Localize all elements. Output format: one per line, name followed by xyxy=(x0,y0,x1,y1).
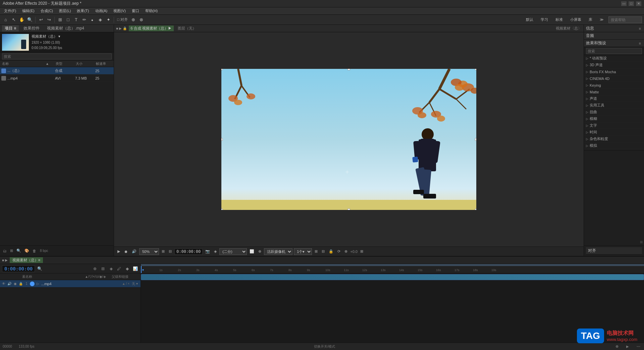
3d-btn[interactable]: ⊕ xyxy=(257,249,263,254)
grid-btn[interactable]: ⊟ xyxy=(167,249,173,254)
handle-tm[interactable] xyxy=(347,69,350,70)
tab-comp-main[interactable]: 6 合成 视频素材（总）▶ xyxy=(129,26,174,31)
viewer-extra-btn[interactable]: ⊗ xyxy=(343,249,349,254)
project-search-input[interactable] xyxy=(2,53,112,59)
handle-mr[interactable] xyxy=(475,138,476,141)
timeline-layer-1[interactable]: 👁 🔊 ◉ 🔒 1 ▷ ...mp4 ▲ / × 无 ▾ xyxy=(0,280,141,288)
status-wave-btn[interactable]: 〰 xyxy=(636,344,641,349)
workspace-learn[interactable]: 学习 xyxy=(538,16,551,23)
quality-dropdown[interactable]: (二分) (全分辨率) xyxy=(219,248,247,255)
layer-parent[interactable]: 无 ▾ xyxy=(130,281,139,286)
viewer-lock-btn[interactable]: 🔒 xyxy=(327,249,335,254)
tl-new-layer-btn[interactable]: ⊞ xyxy=(100,265,106,272)
effect-keying[interactable]: ▷ Keying xyxy=(584,82,644,89)
viewer-playback-btn[interactable]: ▶ xyxy=(116,249,121,254)
menu-help[interactable]: 帮助(H) xyxy=(143,8,160,14)
close-button[interactable]: ✕ xyxy=(636,1,641,6)
workspace-library[interactable]: 库 xyxy=(586,16,595,23)
viewer-reset-btn[interactable]: ⟳ xyxy=(336,249,342,254)
menu-layer[interactable]: 图层(L) xyxy=(56,8,73,14)
tl-solo2-btn[interactable]: ◈ xyxy=(108,265,114,272)
tl-solo-btn[interactable]: ⊕ xyxy=(92,265,98,272)
snapshot-btn[interactable]: 📷 xyxy=(204,249,211,254)
shape-tool[interactable]: □ xyxy=(64,16,72,24)
tab-project[interactable]: 项目 ≡ xyxy=(2,25,19,32)
timeline-ruler[interactable]: ▼ 1s 2s 3s 4s 5s 6s 7s 8s 9s 10s 11s 12s… xyxy=(141,264,644,273)
viewer-expand-btn[interactable]: ⊞ xyxy=(359,249,365,254)
project-item-comp[interactable]: ...（总） 合成 25 0:00:00:00 xyxy=(0,67,114,75)
new-comp-btn[interactable]: ⊞ xyxy=(9,248,14,253)
roto-tool[interactable]: ✦ xyxy=(105,16,112,24)
timeline-timecode[interactable]: 0:00:00:00 xyxy=(2,265,35,272)
undo-tool[interactable]: ↩ xyxy=(37,16,45,24)
selection-tool[interactable]: ↖ xyxy=(10,16,17,24)
viewer-audio-btn[interactable]: 🔊 xyxy=(130,249,138,254)
effect-animation-presets[interactable]: ▷ * 动画预设 xyxy=(584,55,644,62)
region-btn[interactable]: ⬜ xyxy=(248,249,256,254)
handle-tl[interactable] xyxy=(221,69,223,70)
effect-time[interactable]: ▷ 时间 xyxy=(584,129,644,136)
timeline-clip-1[interactable] xyxy=(141,274,644,280)
find-btn[interactable]: 🔍 xyxy=(15,248,22,253)
workspace-expand[interactable]: ≫ xyxy=(597,17,606,23)
handle-br[interactable] xyxy=(475,209,476,210)
col-sort[interactable]: ▲ xyxy=(45,62,55,65)
paint-tool[interactable]: ⬥ xyxy=(89,16,96,24)
effect-simulation[interactable]: ▷ 模拟 xyxy=(584,142,644,149)
handle-bm[interactable] xyxy=(347,209,350,210)
tl-marker-btn[interactable]: ◆ xyxy=(124,265,130,272)
workspace-small[interactable]: 小屏幕 xyxy=(568,16,584,23)
info-menu-btn[interactable]: ≡ xyxy=(638,26,642,31)
text-tool[interactable]: T xyxy=(72,16,80,24)
layer-audio-btn[interactable]: 🔊 xyxy=(7,281,12,286)
handle-ml[interactable] xyxy=(221,138,223,141)
tab-effects-controls[interactable]: 效果控件 xyxy=(21,25,42,32)
tl-search-btn[interactable]: 🔍 xyxy=(36,265,43,272)
extra-tool[interactable]: ⊕ xyxy=(130,16,137,24)
handle-bl[interactable] xyxy=(221,209,223,210)
transparency-btn[interactable]: ◈ xyxy=(213,249,218,254)
effect-3d-channel[interactable]: ▷ 3D 声道 xyxy=(584,62,644,69)
effect-utility[interactable]: ▷ 实用工具 xyxy=(584,102,644,109)
menu-file[interactable]: 文件(F) xyxy=(1,8,19,14)
menu-comp[interactable]: 合成(C) xyxy=(38,8,56,14)
effect-matte[interactable]: ▷ Matte xyxy=(584,89,644,95)
clone-tool[interactable]: ◈ xyxy=(97,16,104,24)
zoom-dropdown[interactable]: 50% 100% 25% xyxy=(139,248,159,255)
layer-solo-btn[interactable]: ◉ xyxy=(13,281,17,286)
color-btn[interactable]: 🎨 xyxy=(23,248,30,253)
remove-btn[interactable]: 🗑 xyxy=(32,249,37,253)
workspace-default[interactable]: 默认 xyxy=(523,16,536,23)
viewer-ram-btn[interactable]: ⏺ xyxy=(123,249,129,254)
tab-footage[interactable]: 视频素材（总）.mp4 xyxy=(44,25,87,32)
project-item-mp4[interactable]: ...mp4 AVI 7.3 MB 25 0:00:00:00 xyxy=(0,75,114,82)
home-tool[interactable]: ⌂ xyxy=(2,16,9,24)
menu-view[interactable]: 视图(V) xyxy=(111,8,128,14)
tl-paint-btn[interactable]: 🖊 xyxy=(116,265,122,272)
safe-zones-btn[interactable]: ⊞ xyxy=(160,249,166,254)
effect-channel[interactable]: ▷ 声道 xyxy=(584,95,644,102)
help-search-input[interactable] xyxy=(608,16,642,23)
minimize-button[interactable]: — xyxy=(621,1,627,6)
menu-animation[interactable]: 动画(A) xyxy=(93,8,110,14)
new-comp-tool[interactable]: ⊞ xyxy=(56,16,64,24)
layer-lock-btn[interactable]: 🔒 xyxy=(18,281,23,286)
viewer-option-btn[interactable]: ⊟ xyxy=(320,249,326,254)
tab-layer-view[interactable]: 图层（无） xyxy=(176,26,198,31)
extra-tool-2[interactable]: ⊗ xyxy=(138,16,145,24)
handle-tr[interactable] xyxy=(475,69,476,70)
new-folder-btn[interactable]: 🗂 xyxy=(2,249,8,253)
expand-icon[interactable]: ⊞ xyxy=(640,239,643,244)
layer-expand-btn[interactable]: ▷ xyxy=(36,281,40,286)
camera-dropdown[interactable]: 活跃摄像机 xyxy=(264,248,292,255)
menu-edit[interactable]: 编辑(E) xyxy=(19,8,37,14)
views-dropdown[interactable]: 1个▾ xyxy=(294,248,312,255)
menu-effects[interactable]: 效果(T) xyxy=(74,8,92,14)
redo-tool[interactable]: ↪ xyxy=(45,16,53,24)
effect-distort[interactable]: ▷ 扭曲 xyxy=(584,109,644,116)
effects-menu-btn[interactable]: ≡ xyxy=(638,41,642,46)
effects-search-input[interactable] xyxy=(586,48,642,54)
hand-tool[interactable]: ✋ xyxy=(18,16,25,24)
status-add-btn[interactable]: ⊕ xyxy=(614,344,620,349)
pen-tool[interactable]: ✏ xyxy=(80,16,88,24)
